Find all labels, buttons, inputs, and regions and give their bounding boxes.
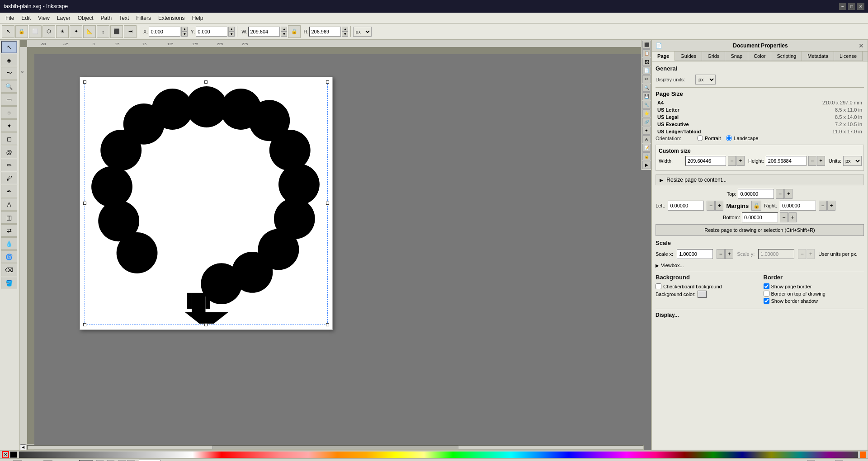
- ri-btn-2[interactable]: 📋: [642, 49, 651, 57]
- layer-select[interactable]: (root): [139, 460, 161, 461]
- units-select[interactable]: px mm in pt: [353, 27, 372, 37]
- menu-path[interactable]: Path: [97, 14, 116, 22]
- top-input[interactable]: [738, 189, 774, 199]
- height-plus[interactable]: +: [817, 156, 825, 166]
- show-border-checkbox[interactable]: [764, 283, 769, 289]
- menu-filters[interactable]: Filters: [132, 14, 155, 22]
- width-plus[interactable]: +: [736, 156, 745, 166]
- pencil-tool[interactable]: ✏: [1, 159, 17, 171]
- right-input[interactable]: [780, 201, 816, 211]
- handle-bc[interactable]: [204, 323, 208, 326]
- ri-btn-13[interactable]: 📝: [642, 144, 651, 152]
- size-us-letter[interactable]: US Letter 8.5 x 11.0 in: [656, 106, 864, 113]
- 3d-box-tool[interactable]: ◻: [1, 132, 17, 145]
- width-minus[interactable]: −: [728, 156, 736, 166]
- tab-metadata[interactable]: Metadata: [802, 52, 834, 61]
- size-a4[interactable]: A4 210.0 x 297.0 mm: [656, 99, 864, 106]
- right-minus[interactable]: −: [819, 201, 827, 211]
- ri-btn-10[interactable]: 🔗: [642, 118, 651, 126]
- handle-bl[interactable]: [83, 323, 86, 326]
- menu-view[interactable]: View: [34, 14, 53, 22]
- h-input[interactable]: [309, 27, 341, 37]
- connector-tool[interactable]: ⇄: [1, 224, 17, 237]
- rect-tool[interactable]: ▭: [1, 93, 17, 106]
- color-strip-end[interactable]: [860, 452, 866, 458]
- circle-tool[interactable]: ○: [1, 106, 17, 119]
- tab-grids[interactable]: Grids: [702, 52, 725, 61]
- star-tool[interactable]: ✦: [1, 119, 17, 132]
- text-tool[interactable]: A: [1, 198, 17, 211]
- display-units-select[interactable]: px mm in: [695, 75, 716, 85]
- snap-button[interactable]: 🔒: [15, 25, 28, 38]
- tb-btn-3[interactable]: ⬜: [29, 25, 42, 38]
- x-input[interactable]: [149, 27, 180, 37]
- ri-btn-14[interactable]: 🔒: [642, 152, 651, 160]
- minimize-button[interactable]: −: [839, 3, 846, 10]
- left-input[interactable]: [668, 201, 704, 211]
- arrow-tool[interactable]: ↖: [1, 41, 17, 53]
- dropper-tool[interactable]: 💧: [1, 237, 17, 250]
- tab-scripting[interactable]: Scripting: [771, 52, 802, 61]
- ri-btn-9[interactable]: ⭐: [642, 109, 651, 118]
- height-input[interactable]: [766, 156, 807, 166]
- ri-btn-1[interactable]: ⬛: [642, 41, 651, 49]
- zoom-tool[interactable]: 🔍: [1, 80, 17, 93]
- top-minus[interactable]: −: [776, 189, 784, 199]
- menu-help[interactable]: Help: [189, 14, 207, 22]
- menu-extensions[interactable]: Extensions: [155, 14, 189, 22]
- hscroll[interactable]: ◀ ▶: [20, 444, 651, 450]
- tab-license[interactable]: License: [834, 52, 863, 61]
- handle-ml[interactable]: [83, 202, 86, 205]
- tb-btn-5[interactable]: ☀: [56, 25, 69, 38]
- right-plus[interactable]: +: [827, 201, 835, 211]
- menu-text[interactable]: Text: [115, 14, 132, 22]
- h-minus[interactable]: ▼: [342, 32, 348, 37]
- size-us-executive[interactable]: US Executive 7.2 x 10.5 in: [656, 121, 864, 128]
- scale-x-minus[interactable]: −: [717, 249, 725, 259]
- close-button[interactable]: ✕: [857, 3, 864, 10]
- w-plus[interactable]: ▲: [281, 27, 287, 32]
- tb-btn-10[interactable]: ⇥: [124, 25, 137, 38]
- canvas-content[interactable]: [34, 54, 651, 450]
- no-color-button[interactable]: ✕: [2, 451, 9, 458]
- handle-tc[interactable]: [204, 80, 208, 84]
- y-input[interactable]: [196, 27, 227, 37]
- ri-btn-5[interactable]: ✂: [642, 75, 651, 83]
- calligraphy-tool[interactable]: ✒: [1, 185, 17, 198]
- w-input[interactable]: [248, 27, 280, 37]
- color-strip[interactable]: [19, 452, 858, 458]
- portrait-radio[interactable]: [697, 135, 703, 141]
- height-minus[interactable]: −: [808, 156, 816, 166]
- handle-tr[interactable]: [326, 80, 329, 84]
- menu-layer[interactable]: Layer: [53, 14, 74, 22]
- tab-color[interactable]: Color: [748, 52, 771, 61]
- canvas-area[interactable]: -50 -25 0 25 75 125 175 225 275: [20, 40, 651, 450]
- doc-props-close[interactable]: ✕: [859, 42, 864, 49]
- width-input[interactable]: [685, 156, 726, 166]
- tb-btn-4[interactable]: ⬡: [42, 25, 55, 38]
- tb-btn-7[interactable]: 📐: [83, 25, 96, 38]
- portrait-label[interactable]: Portrait: [697, 135, 721, 141]
- tab-page[interactable]: Page: [652, 52, 675, 61]
- w-minus[interactable]: ▼: [281, 32, 287, 37]
- landscape-label[interactable]: Landscape: [726, 135, 758, 141]
- viewbox-row[interactable]: ▶ Viewbox...: [656, 263, 864, 268]
- eraser-tool[interactable]: ⌫: [1, 263, 17, 276]
- bottom-minus[interactable]: −: [780, 212, 788, 222]
- handle-br[interactable]: [326, 323, 329, 326]
- menu-file[interactable]: File: [2, 14, 18, 22]
- resize-to-content[interactable]: ▶ Resize page to content...: [656, 174, 864, 185]
- hscroll-thumb[interactable]: [212, 446, 459, 449]
- ri-btn-8[interactable]: 🔧: [642, 101, 651, 109]
- ri-btn-6[interactable]: 🔍: [642, 84, 651, 92]
- border-on-top-checkbox[interactable]: [764, 291, 769, 296]
- tb-btn-9[interactable]: ⬛: [110, 25, 123, 38]
- node-tool[interactable]: ◈: [1, 54, 17, 66]
- y-plus[interactable]: ▲: [228, 27, 235, 32]
- tb-btn-6[interactable]: ✦: [70, 25, 82, 38]
- ri-btn-11[interactable]: ✦: [642, 127, 651, 135]
- bg-color-swatch[interactable]: [698, 291, 707, 298]
- top-plus[interactable]: +: [784, 189, 793, 199]
- left-minus[interactable]: −: [707, 201, 715, 211]
- x-plus[interactable]: ▲: [181, 27, 188, 32]
